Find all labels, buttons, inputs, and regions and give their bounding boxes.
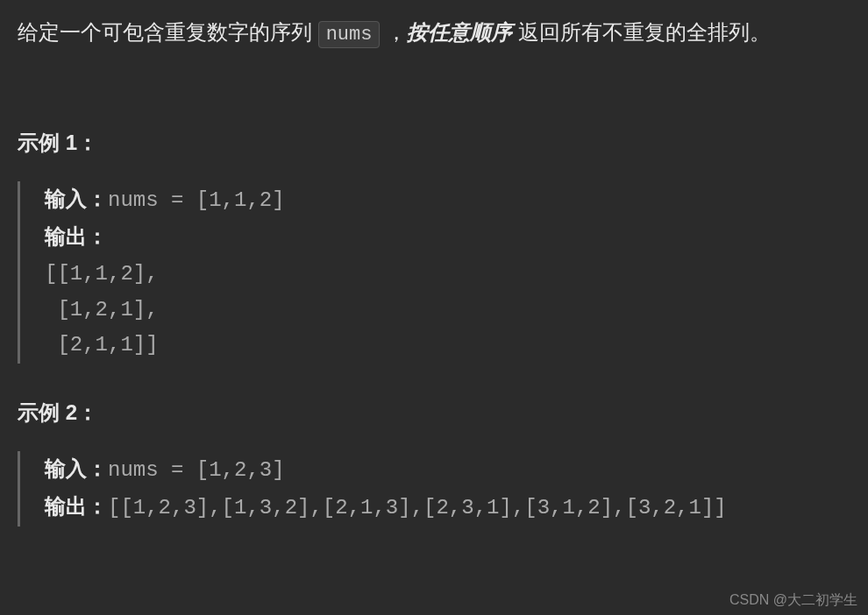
description-prefix: 给定一个可包含重复数字的序列 (18, 20, 318, 44)
example2-block: 输入：nums = [1,2,3] 输出：[[1,2,3],[1,3,2],[2… (18, 451, 850, 527)
example2-input-value: nums = [1,2,3] (108, 458, 285, 482)
example1-input-row: 输入：nums = [1,1,2] (45, 181, 850, 219)
example1-output-label-row: 输出： (45, 219, 850, 257)
description-middle1: ， (380, 20, 407, 44)
example1-heading: 示例 1： (18, 129, 850, 157)
watermark: CSDN @大二初学生 (729, 591, 857, 610)
description-suffix: 返回所有不重复的全排列。 (512, 20, 771, 44)
example2-input-row: 输入：nums = [1,2,3] (45, 451, 850, 489)
example1-input-label: 输入： (45, 187, 108, 210)
example1-output-label: 输出： (45, 224, 108, 248)
description-emphasis: 按任意顺序 (407, 20, 512, 44)
example2-output-label: 输出： (45, 494, 108, 518)
example2-heading: 示例 2： (18, 399, 850, 427)
example2-output-value: [[1,2,3],[1,3,2],[2,1,3],[2,3,1],[3,1,2]… (108, 496, 727, 520)
inline-code-nums: nums (318, 21, 381, 48)
problem-description: 给定一个可包含重复数字的序列 nums ，按任意顺序 返回所有不重复的全排列。 (18, 16, 850, 50)
example1-output-value: [[1,1,2], [1,2,1], [2,1,1]] (45, 257, 850, 364)
example1-block: 输入：nums = [1,1,2] 输出： [[1,1,2], [1,2,1],… (18, 181, 850, 364)
example2-input-label: 输入： (45, 456, 108, 480)
example1-input-value: nums = [1,1,2] (108, 188, 285, 212)
example2-output-row: 输出：[[1,2,3],[1,3,2],[2,1,3],[2,3,1],[3,1… (45, 489, 850, 527)
